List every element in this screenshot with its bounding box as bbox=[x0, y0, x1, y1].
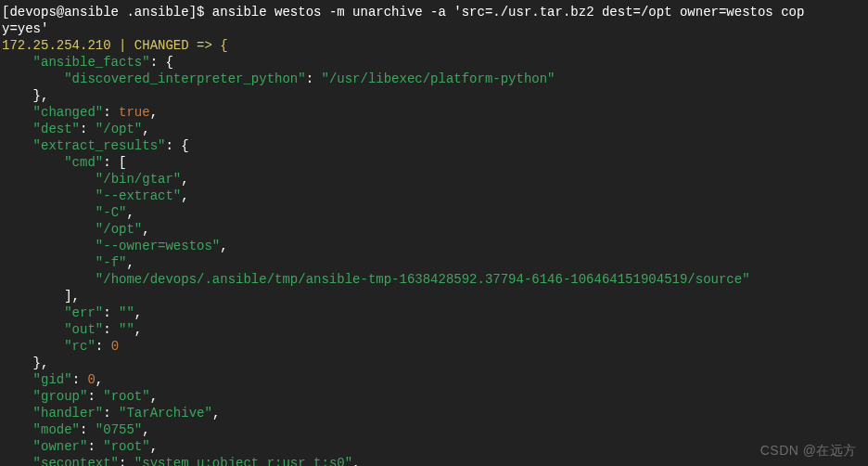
json-line: "/home/devops/.ansible/tmp/ansible-tmp-1… bbox=[2, 271, 866, 288]
json-line: }, bbox=[2, 355, 866, 371]
json-line: ], bbox=[2, 288, 866, 304]
json-line: }, bbox=[2, 87, 866, 104]
json-line: "ansible_facts": { bbox=[2, 54, 866, 71]
json-line: "gid": 0, bbox=[2, 371, 866, 388]
json-line: "--owner=westos", bbox=[2, 238, 866, 254]
json-line: "secontext": "system_u:object_r:usr_t:s0… bbox=[2, 455, 866, 466]
json-line: "changed": true, bbox=[2, 104, 866, 121]
json-line: "/bin/gtar", bbox=[2, 171, 866, 188]
json-line: "group": "root", bbox=[2, 388, 866, 405]
json-line: "rc": 0 bbox=[2, 338, 866, 355]
json-output: "ansible_facts": { "discovered_interpret… bbox=[2, 54, 866, 466]
json-line: "cmd": [ bbox=[2, 154, 866, 171]
terminal-output: [devops@ansible .ansible]$ ansible westo… bbox=[2, 4, 866, 466]
shell-prompt-line: [devops@ansible .ansible]$ ansible westo… bbox=[2, 4, 866, 20]
ansible-status-line: 172.25.254.210 | CHANGED => { bbox=[2, 37, 866, 54]
command-wrap-line: y=yes' bbox=[2, 20, 866, 37]
json-line: "handler": "TarArchive", bbox=[2, 405, 866, 421]
json-line: "-C", bbox=[2, 204, 866, 221]
json-line: "extract_results": { bbox=[2, 137, 866, 154]
prompt-symbol: $ bbox=[197, 5, 204, 19]
json-line: "out": "", bbox=[2, 321, 866, 338]
json-line: "dest": "/opt", bbox=[2, 121, 866, 137]
json-line: "/opt", bbox=[2, 221, 866, 238]
json-line: "--extract", bbox=[2, 188, 866, 204]
json-line: "-f", bbox=[2, 254, 866, 271]
json-line: "mode": "0755", bbox=[2, 421, 866, 438]
command-text[interactable]: ansible westos -m unarchive -a 'src=./us… bbox=[212, 5, 805, 19]
json-line: "err": "", bbox=[2, 304, 866, 321]
json-line: "discovered_interpreter_python": "/usr/l… bbox=[2, 71, 866, 87]
json-line: "owner": "root", bbox=[2, 438, 866, 455]
prompt-prefix: [devops@ansible .ansible] bbox=[2, 5, 197, 19]
watermark-text: CSDN @在远方 bbox=[760, 442, 857, 459]
